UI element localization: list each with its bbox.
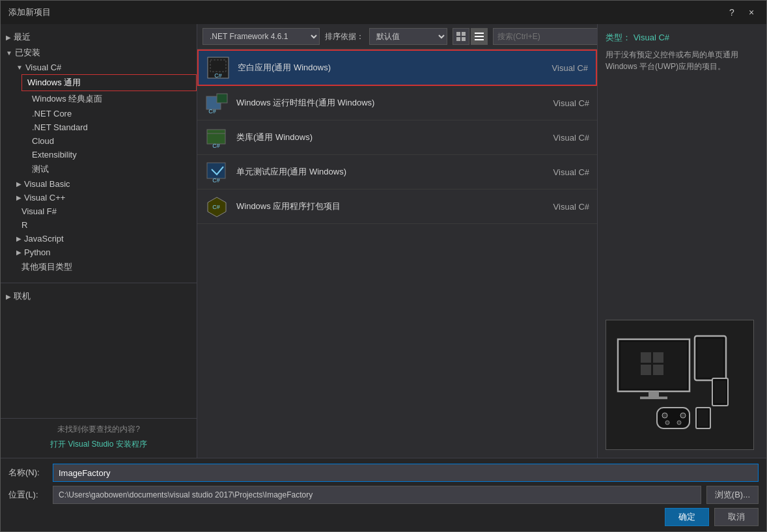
browse-button[interactable]: 浏览(B)... xyxy=(706,486,759,504)
type-label: 类型： Visual C# xyxy=(606,32,759,44)
bottom-bar: 名称(N): 位置(L): 浏览(B)... 确定 取消 xyxy=(1,458,766,531)
template-item-app-package[interactable]: C# Windows 应用程序打包项目 Visual C# xyxy=(197,189,597,224)
sidebar-item-python[interactable]: ▶ Python xyxy=(11,245,197,259)
cancel-button[interactable]: 取消 xyxy=(714,508,759,526)
search-box: ▾ xyxy=(493,28,597,45)
sidebar-item-net-core[interactable]: .NET Core xyxy=(21,107,197,120)
type-value: Visual C# xyxy=(634,33,669,42)
svg-point-37 xyxy=(665,421,669,425)
template-item-blank-app[interactable]: C# 空白应用(通用 Windows) Visual C# xyxy=(197,49,597,86)
dialog: 添加新项目 ? × ▶ 最近 ▼ 已安装 xyxy=(0,0,767,532)
toolbar: .NET Framework 4.6.1 排序依据： 默认值 xyxy=(197,24,597,49)
svg-rect-24 xyxy=(641,352,651,363)
runtime-name: Windows 运行时组件(通用 Windows) xyxy=(236,97,529,109)
svg-rect-0 xyxy=(456,32,460,36)
svg-rect-25 xyxy=(653,352,663,363)
title-bar-controls: ? × xyxy=(725,5,759,20)
svg-rect-13 xyxy=(217,94,227,103)
python-arrow: ▶ xyxy=(16,249,21,256)
csharp-arrow: ▼ xyxy=(16,64,23,71)
template-item-class-library[interactable]: C# 类库(通用 Windows) Visual C# xyxy=(197,120,597,155)
template-list: C# 空白应用(通用 Windows) Visual C# C# xyxy=(197,49,597,458)
svg-rect-18 xyxy=(207,163,225,178)
svg-text:C#: C# xyxy=(208,108,216,115)
template-item-runtime[interactable]: C# Windows 运行时组件(通用 Windows) Visual C# xyxy=(197,86,597,120)
vcpp-arrow: ▶ xyxy=(16,194,21,201)
path-input[interactable] xyxy=(53,486,701,504)
sidebar-recent-label: 最近 xyxy=(14,31,31,43)
svg-rect-1 xyxy=(462,32,466,36)
js-arrow: ▶ xyxy=(16,235,21,242)
devices-preview xyxy=(611,326,748,443)
name-input[interactable] xyxy=(53,464,759,482)
path-row: 位置(L): 浏览(B)... xyxy=(8,486,759,504)
sidebar-item-r[interactable]: R xyxy=(11,218,197,232)
sidebar-item-visual-cpp[interactable]: ▶ Visual C++ xyxy=(11,191,197,204)
title-bar: 添加新项目 ? × xyxy=(1,1,766,24)
sort-label: 排序依据： xyxy=(325,31,364,42)
svg-point-38 xyxy=(677,421,681,425)
unit-test-name: 单元测试应用(通用 Windows) xyxy=(236,166,529,178)
svg-text:C#: C# xyxy=(212,177,220,184)
sidebar-js-label: JavaScript xyxy=(24,234,64,244)
sidebar-csharp-label: Visual C# xyxy=(25,63,61,72)
sidebar-item-cloud[interactable]: Cloud xyxy=(21,134,197,148)
sidebar-vbasic-label: Visual Basic xyxy=(24,179,70,189)
list-icon xyxy=(475,32,484,41)
sidebar-item-visual-csharp[interactable]: ▼ Visual C# xyxy=(11,61,197,74)
sidebar-item-online[interactable]: ▶ 联机 xyxy=(1,288,197,304)
view-buttons xyxy=(453,28,488,45)
class-library-name: 类库(通用 Windows) xyxy=(236,132,529,143)
framework-dropdown[interactable]: .NET Framework 4.6.1 xyxy=(202,28,320,45)
runtime-lang: Visual C# xyxy=(537,98,589,108)
close-button[interactable]: × xyxy=(744,5,759,20)
sidebar-item-test[interactable]: 测试 xyxy=(21,161,197,177)
svg-rect-15 xyxy=(207,130,225,144)
sidebar-item-javascript[interactable]: ▶ JavaScript xyxy=(11,232,197,245)
sidebar-item-net-standard[interactable]: .NET Standard xyxy=(21,120,197,134)
help-button[interactable]: ? xyxy=(725,5,739,20)
svg-rect-26 xyxy=(641,365,651,375)
grid-view-button[interactable] xyxy=(453,28,469,45)
app-package-name: Windows 应用程序打包项目 xyxy=(236,201,529,212)
blank-app-icon: C# xyxy=(206,56,230,79)
preview-box xyxy=(606,320,754,450)
svg-rect-29 xyxy=(640,397,667,399)
sort-dropdown[interactable]: 默认值 xyxy=(369,28,447,45)
svg-rect-34 xyxy=(657,408,690,428)
name-label: 名称(N): xyxy=(8,467,48,479)
svg-point-35 xyxy=(662,413,667,418)
ok-button[interactable]: 确定 xyxy=(665,508,709,526)
class-library-icon: C# xyxy=(205,126,229,149)
main-content: ▶ 最近 ▼ 已安装 ▼ Visual C# xyxy=(1,24,766,458)
class-library-lang: Visual C# xyxy=(537,133,589,143)
svg-rect-31 xyxy=(697,339,723,378)
sidebar-item-windows-classic[interactable]: Windows 经典桌面 xyxy=(21,91,197,107)
recent-arrow: ▶ xyxy=(6,34,11,41)
sidebar-item-extensibility[interactable]: Extensibility xyxy=(21,148,197,161)
name-row: 名称(N): xyxy=(8,464,759,482)
sidebar-item-visual-basic[interactable]: ▶ Visual Basic xyxy=(11,177,197,191)
svg-rect-2 xyxy=(456,37,460,41)
app-package-lang: Visual C# xyxy=(537,202,589,212)
svg-text:C#: C# xyxy=(214,72,222,79)
svg-point-36 xyxy=(680,413,686,418)
grid-icon xyxy=(456,32,466,41)
unit-test-lang: Visual C# xyxy=(537,167,589,177)
svg-rect-27 xyxy=(653,365,663,375)
sidebar-item-other[interactable]: 其他项目类型 xyxy=(11,259,197,275)
template-item-unit-test[interactable]: C# 单元测试应用(通用 Windows) Visual C# xyxy=(197,155,597,189)
list-view-button[interactable] xyxy=(471,28,488,45)
blank-app-lang: Visual C# xyxy=(536,63,588,73)
sidebar-item-installed[interactable]: ▼ 已安装 xyxy=(1,45,197,61)
svg-text:C#: C# xyxy=(212,204,220,210)
not-found-text: 未找到你要查找的内容? xyxy=(6,424,191,435)
svg-rect-33 xyxy=(714,381,726,403)
sidebar-item-visual-fsharp[interactable]: Visual F# xyxy=(11,204,197,218)
sidebar-item-windows-universal[interactable]: Windows 通用 xyxy=(21,74,197,91)
search-input[interactable] xyxy=(497,32,595,41)
blank-app-name: 空白应用(通用 Windows) xyxy=(238,62,528,74)
sidebar-item-recent[interactable]: ▶ 最近 xyxy=(1,29,197,45)
sidebar-installed-label: 已安装 xyxy=(15,47,40,59)
install-link[interactable]: 打开 Visual Studio 安装程序 xyxy=(6,439,191,450)
